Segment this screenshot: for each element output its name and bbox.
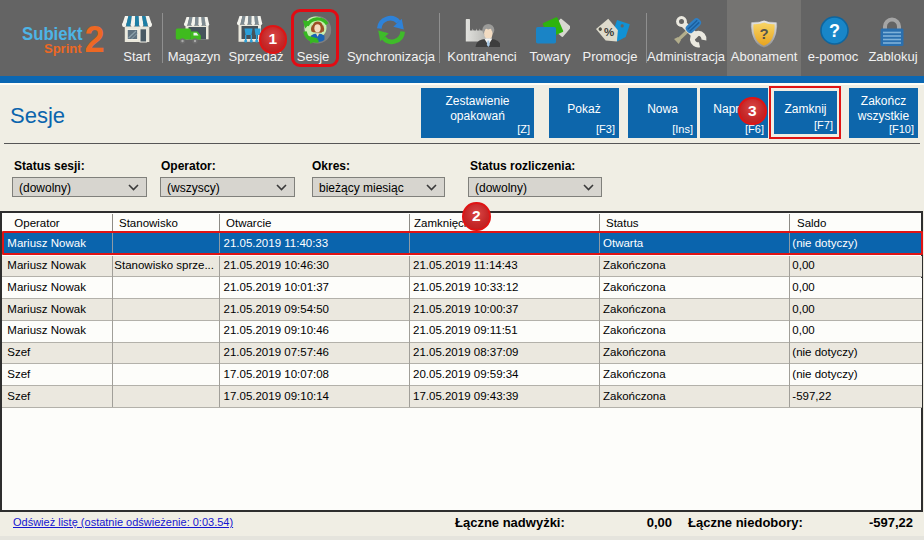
svg-text:?: ? <box>759 25 768 42</box>
svg-text:?: ? <box>829 21 840 41</box>
svg-text:%: % <box>604 26 614 38</box>
